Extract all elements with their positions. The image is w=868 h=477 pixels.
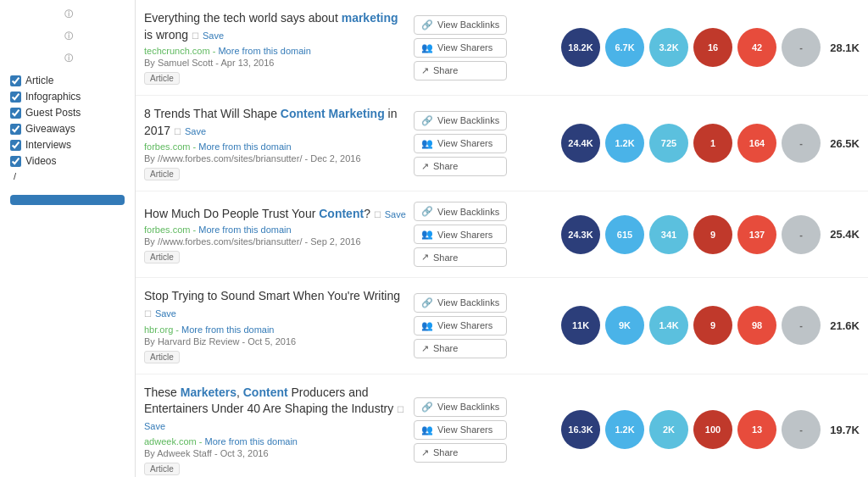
result-tag: Article bbox=[144, 463, 180, 475]
stat-circle-2: 615 bbox=[605, 215, 644, 254]
share-button[interactable]: ↗ Share bbox=[414, 443, 507, 463]
result-title: 8 Trends That Will Shape Content Marketi… bbox=[144, 106, 407, 139]
save-link[interactable]: Save bbox=[385, 209, 406, 219]
view-sharers-button[interactable]: 👥 View Sharers bbox=[414, 316, 507, 336]
checkbox-videos-label: Videos bbox=[25, 155, 56, 167]
view-sharers-button[interactable]: 👥 View Sharers bbox=[414, 420, 507, 440]
filter-button[interactable] bbox=[10, 195, 125, 205]
stat-circle-1: 24.4K bbox=[561, 124, 600, 163]
stat-circle-5: 42 bbox=[737, 28, 776, 67]
checkbox-videos: Videos bbox=[10, 155, 125, 167]
view-sharers-button[interactable]: 👥 View Sharers bbox=[414, 134, 507, 153]
country-section: ⓘ bbox=[10, 31, 125, 42]
sharers-icon: 👥 bbox=[421, 42, 433, 53]
checkbox-article: Article bbox=[10, 75, 125, 86]
stat-total: 25.4K bbox=[826, 228, 860, 241]
view-backlinks-button[interactable]: 🔗 View Backlinks bbox=[414, 293, 507, 313]
save-icon: ☐ bbox=[144, 309, 152, 319]
checkbox-infographics: Infographics bbox=[10, 91, 125, 103]
language-label: ⓘ bbox=[10, 8, 125, 20]
result-tag: Article bbox=[144, 351, 180, 363]
stat-circle-1: 24.3K bbox=[561, 215, 600, 254]
checkbox-guest-posts-input[interactable] bbox=[10, 108, 21, 119]
result-actions: 🔗 View Backlinks 👥 View Sharers ↗ Share bbox=[414, 202, 507, 267]
save-icon: ☐ bbox=[374, 210, 381, 219]
more-from-domain-link[interactable]: More from this domain bbox=[198, 225, 291, 235]
more-from-domain-link[interactable]: More from this domain bbox=[205, 436, 298, 446]
sidebar: ⓘ ⓘ ⓘ Article bbox=[0, 0, 136, 477]
save-link[interactable]: Save bbox=[203, 31, 224, 41]
share-label: Share bbox=[433, 161, 458, 171]
result-domain: techcrunch.com bbox=[144, 46, 210, 56]
checkbox-infographics-input[interactable] bbox=[10, 92, 21, 103]
stat-circle-4: 100 bbox=[693, 410, 732, 449]
more-from-domain-link[interactable]: More from this domain bbox=[218, 46, 310, 56]
checkbox-videos-input[interactable] bbox=[10, 156, 21, 167]
share-button[interactable]: ↗ Share bbox=[414, 61, 507, 80]
result-content: How Much Do People Trust Your Content? ☐… bbox=[144, 206, 407, 264]
more-from-domain-link[interactable]: More from this domain bbox=[198, 141, 291, 152]
view-sharers-button[interactable]: 👥 View Sharers bbox=[414, 38, 507, 58]
checkbox-article-input[interactable] bbox=[10, 75, 21, 86]
sharers-icon: 👥 bbox=[421, 138, 433, 149]
title-text2: ? bbox=[364, 207, 370, 220]
country-info-icon: ⓘ bbox=[64, 31, 73, 42]
stat-circle-5: 98 bbox=[737, 306, 776, 345]
title-text2: is wrong bbox=[144, 28, 188, 42]
save-icon: ☐ bbox=[397, 405, 404, 414]
view-sharers-label: View Sharers bbox=[437, 42, 492, 53]
share-icon: ↗ bbox=[421, 447, 429, 458]
checkbox-guest-posts-label: Guest Posts bbox=[25, 107, 81, 119]
save-link[interactable]: Save bbox=[155, 308, 176, 319]
stat-circle-6: - bbox=[782, 215, 821, 254]
save-icon: ☐ bbox=[192, 31, 199, 41]
result-content: Everything the tech world says about mar… bbox=[144, 10, 407, 85]
stat-circle-6: - bbox=[782, 306, 821, 345]
share-button[interactable]: ↗ Share bbox=[414, 157, 507, 176]
title-text: 8 Trends That Will Shape bbox=[144, 107, 281, 120]
save-link[interactable]: Save bbox=[185, 126, 206, 136]
view-backlinks-label: View Backlinks bbox=[437, 19, 499, 30]
result-stats: 24.4K 1.2K 725 1 164 - 26.5K bbox=[514, 124, 860, 163]
checkbox-giveaways-input[interactable] bbox=[10, 124, 21, 135]
more-from-domain-link[interactable]: More from this domain bbox=[181, 324, 274, 335]
result-title: Everything the tech world says about mar… bbox=[144, 10, 407, 43]
result-stats: 18.2K 6.7K 3.2K 16 42 - 28.1K bbox=[514, 28, 860, 67]
stat-circle-3: 2K bbox=[649, 410, 688, 449]
checkbox-interviews: Interviews bbox=[10, 139, 125, 151]
title-highlight: marketing bbox=[342, 11, 398, 25]
stat-circle-5: 164 bbox=[737, 124, 776, 163]
share-button[interactable]: ↗ Share bbox=[414, 247, 507, 267]
stat-circle-4: 1 bbox=[693, 124, 732, 163]
table-row: Stop Trying to Sound Smart When You're W… bbox=[136, 278, 868, 374]
table-row: How Much Do People Trust Your Content? ☐… bbox=[136, 191, 868, 278]
sharers-icon: 👥 bbox=[421, 320, 433, 331]
backlinks-icon: 🔗 bbox=[421, 297, 433, 308]
stat-circle-3: 3.2K bbox=[649, 28, 688, 67]
share-icon: ↗ bbox=[421, 65, 429, 76]
sharers-icon: 👥 bbox=[421, 229, 433, 240]
stat-circle-4: 9 bbox=[693, 306, 732, 345]
view-backlinks-button[interactable]: 🔗 View Backlinks bbox=[414, 202, 507, 221]
result-separator: - bbox=[199, 436, 205, 446]
view-backlinks-button[interactable]: 🔗 View Backlinks bbox=[414, 397, 507, 417]
view-backlinks-button[interactable]: 🔗 View Backlinks bbox=[414, 15, 507, 35]
country-label: ⓘ bbox=[10, 31, 125, 42]
stat-total: 21.6K bbox=[826, 319, 860, 332]
result-domain: forbes.com bbox=[144, 141, 190, 152]
title-highlight: Content Marketing bbox=[281, 107, 385, 120]
stat-circle-2: 9K bbox=[605, 306, 644, 345]
share-button[interactable]: ↗ Share bbox=[414, 339, 507, 358]
title-text: Everything the tech world says about bbox=[144, 11, 342, 25]
save-link[interactable]: Save bbox=[144, 421, 165, 431]
view-sharers-button[interactable]: 👥 View Sharers bbox=[414, 225, 507, 244]
table-row: Everything the tech world says about mar… bbox=[136, 0, 868, 96]
result-actions: 🔗 View Backlinks 👥 View Sharers ↗ Share bbox=[414, 397, 507, 463]
view-backlinks-button[interactable]: 🔗 View Backlinks bbox=[414, 111, 507, 130]
result-content: 8 Trends That Will Shape Content Marketi… bbox=[144, 106, 407, 180]
result-meta: techcrunch.com - More from this domain bbox=[144, 46, 407, 56]
checkbox-interviews-input[interactable] bbox=[10, 140, 21, 151]
result-content: These Marketers, Content Producers and E… bbox=[144, 385, 407, 476]
view-sharers-label: View Sharers bbox=[437, 138, 492, 148]
result-byline: By Adweek Staff - Oct 3, 2016 bbox=[144, 448, 407, 458]
